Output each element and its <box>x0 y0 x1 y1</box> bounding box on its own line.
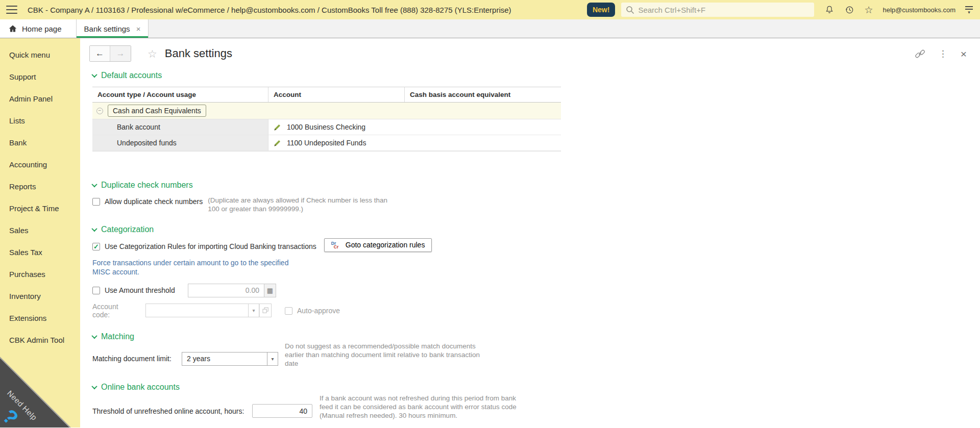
cell-usage-bank-account[interactable]: Bank account <box>92 119 268 135</box>
sidebar-item-reports[interactable]: Reports <box>0 175 80 197</box>
search-icon <box>626 6 634 14</box>
duplicate-note: (Duplicate are always allowed if Check n… <box>208 196 396 214</box>
chevron-down-icon <box>91 333 97 339</box>
back-button[interactable]: ← <box>90 46 110 61</box>
sidebar-item-project-time[interactable]: Project & Time <box>0 197 80 219</box>
account-code-combo[interactable]: ▾ <box>145 304 272 317</box>
cell-usage-undeposited-funds[interactable]: Undeposited funds <box>92 135 268 150</box>
hamburger-menu-icon[interactable] <box>6 6 17 14</box>
matching-limit-select[interactable]: 2 years ▾ <box>182 352 278 366</box>
sidebar-item-quick-menu[interactable]: Quick menu <box>0 44 80 66</box>
history-icon[interactable] <box>844 5 854 15</box>
chevron-down-icon <box>91 72 97 78</box>
content-header: ← → ☆ Bank settings ⋮ × <box>89 45 980 62</box>
sidebar-item-lists[interactable]: Lists <box>0 110 80 132</box>
topbar-menu-dropdown-icon[interactable]: ▾ <box>965 6 973 13</box>
search-input[interactable] <box>638 6 810 14</box>
tab-home-label: Home page <box>22 24 62 33</box>
favorite-page-star-icon[interactable]: ☆ <box>148 48 157 59</box>
amount-threshold-input[interactable] <box>188 284 264 297</box>
need-help-badge[interactable]: Need Help ? <box>0 357 71 427</box>
group-cell-cash-equivalents[interactable]: Cash and Cash Equivalents <box>108 105 206 117</box>
use-categorization-rules-checkbox[interactable]: ✓ <box>92 243 100 250</box>
sidebar-item-accounting[interactable]: Accounting <box>0 154 80 175</box>
column-header-cash-basis: Cash basis account equivalent <box>405 87 561 102</box>
tab-bank-settings-label: Bank settings <box>84 24 130 33</box>
table-row: Undeposited funds 1100 Undeposited Funds <box>92 135 561 151</box>
new-badge[interactable]: New! <box>587 3 615 17</box>
forward-button[interactable]: → <box>110 46 131 61</box>
matching-limit-label: Matching document limit: <box>92 355 177 363</box>
cell-account-undeposited[interactable]: 1100 Undeposited Funds <box>268 135 405 150</box>
favorites-star-icon[interactable]: ☆ <box>864 5 873 15</box>
section-duplicate-title: Duplicate check numbers <box>101 181 193 190</box>
tab-home-page[interactable]: Home page <box>0 19 77 38</box>
unrefreshed-threshold-input[interactable] <box>252 404 312 418</box>
section-matching[interactable]: Matching <box>92 332 980 341</box>
allow-duplicate-label: Allow duplicate check numbers <box>105 197 203 206</box>
open-picker-icon[interactable] <box>259 304 272 317</box>
notifications-bell-icon[interactable] <box>824 5 835 15</box>
account-value: 1100 Undeposited Funds <box>287 139 366 147</box>
collapse-minus-icon[interactable]: − <box>96 108 103 114</box>
edit-pencil-icon[interactable] <box>274 123 281 131</box>
section-categorization[interactable]: Categorization <box>92 225 980 234</box>
goto-categorization-rules-button[interactable]: DrCr Goto categorization rules <box>324 238 432 252</box>
cell-cash-basis[interactable] <box>405 135 561 150</box>
chevron-down-icon <box>91 225 97 231</box>
section-duplicate-check-numbers[interactable]: Duplicate check numbers <box>92 181 980 190</box>
tab-bank-settings[interactable]: Bank settings × <box>77 19 149 38</box>
app-title: CBK - Company A / 1103163 / Professional… <box>28 6 511 14</box>
sidebar: Quick menu Support Admin Panel Lists Ban… <box>0 38 80 427</box>
question-mark-icon: ? <box>0 374 54 427</box>
calculator-icon[interactable]: ▦ <box>264 284 276 297</box>
column-header-account-type: Account type / Account usage <box>92 87 268 102</box>
section-matching-title: Matching <box>101 332 134 341</box>
dropdown-arrow-icon[interactable]: ▾ <box>267 352 278 366</box>
matching-note: Do not suggest as a recommended/possible… <box>285 342 491 368</box>
section-categorization-title: Categorization <box>101 225 154 234</box>
section-online-title: Online bank accounts <box>101 383 180 392</box>
tab-close-icon[interactable]: × <box>136 25 141 33</box>
sidebar-item-purchases[interactable]: Purchases <box>0 263 80 285</box>
more-options-icon[interactable]: ⋮ <box>939 48 947 59</box>
search-box[interactable] <box>621 3 814 17</box>
cell-cash-basis[interactable] <box>405 119 561 135</box>
use-amount-threshold-checkbox[interactable] <box>92 287 100 294</box>
section-online-bank-accounts[interactable]: Online bank accounts <box>92 383 980 392</box>
table-row: Bank account 1000 Business Checking <box>92 119 561 135</box>
account-value: 1000 Business Checking <box>287 123 365 131</box>
use-categorization-rules-label: Use Categorization Rules for importing C… <box>105 242 316 250</box>
sidebar-item-support[interactable]: Support <box>0 66 80 88</box>
cell-account-bank[interactable]: 1000 Business Checking <box>268 119 405 135</box>
copy-link-icon[interactable] <box>915 48 925 59</box>
section-default-accounts[interactable]: Default accounts <box>92 71 980 80</box>
content-area: ← → ☆ Bank settings ⋮ × Default accounts <box>80 38 980 427</box>
use-amount-threshold-label: Use Amount threshold <box>105 286 188 294</box>
auto-approve-checkbox[interactable] <box>285 307 292 315</box>
column-header-account: Account <box>268 87 405 102</box>
help-email-link[interactable]: help@custombooks.com <box>883 6 955 14</box>
sidebar-item-bank[interactable]: Bank <box>0 132 80 154</box>
close-page-icon[interactable]: × <box>961 48 967 59</box>
sidebar-item-admin-panel[interactable]: Admin Panel <box>0 88 80 110</box>
sidebar-item-extensions[interactable]: Extensions <box>0 307 80 329</box>
allow-duplicate-checkbox[interactable] <box>92 198 100 206</box>
sidebar-item-sales-tax[interactable]: Sales Tax <box>0 241 80 263</box>
matching-limit-value: 2 years <box>182 352 267 366</box>
edit-pencil-icon[interactable] <box>274 139 281 147</box>
dropdown-arrow-icon[interactable]: ▾ <box>249 304 259 317</box>
table-row-group[interactable]: − Cash and Cash Equivalents <box>92 103 561 119</box>
topbar: CBK - Company A / 1103163 / Professional… <box>0 0 980 19</box>
unrefreshed-threshold-label: Threshold of unrefreshed online account,… <box>92 407 251 415</box>
chevron-down-icon <box>91 384 97 389</box>
unrefreshed-threshold-note: If a bank account was not refreshed duri… <box>320 394 521 420</box>
force-transactions-text: Force transactions under certain amount … <box>92 258 307 276</box>
chevron-down-icon <box>91 182 97 187</box>
auto-approve-label: Auto-approve <box>297 307 340 315</box>
sidebar-item-inventory[interactable]: Inventory <box>0 285 80 307</box>
home-icon <box>8 24 17 33</box>
tabbar: Home page Bank settings × <box>0 19 980 38</box>
sidebar-item-cbk-admin-tool[interactable]: CBK Admin Tool <box>0 329 80 351</box>
sidebar-item-sales[interactable]: Sales <box>0 219 80 241</box>
